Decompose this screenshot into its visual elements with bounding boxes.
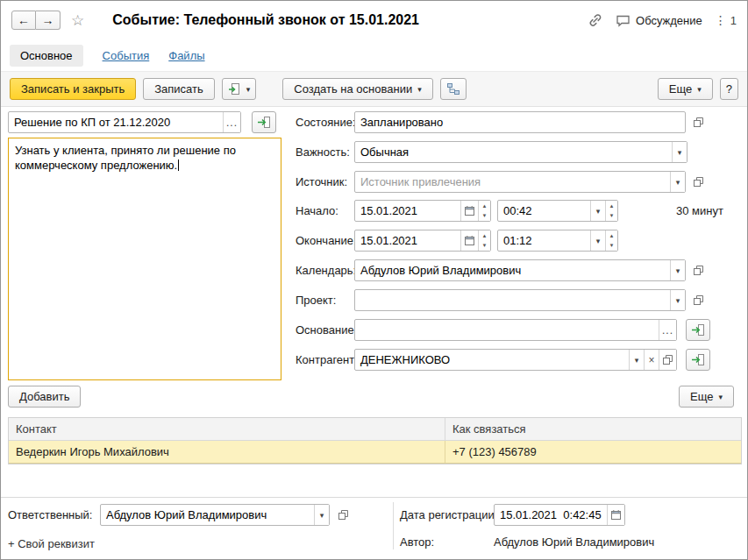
basis-label: Основание: — [296, 319, 357, 341]
tab-events[interactable]: События — [103, 49, 150, 62]
source-open-button[interactable] — [688, 171, 708, 193]
end-date-stepper[interactable]: ▲ ▼ — [478, 230, 490, 251]
responsible-open-button[interactable] — [333, 504, 353, 526]
registration-date-input[interactable]: 15.01.2021 0:42:45 — [494, 504, 625, 526]
description-textarea[interactable]: Узнать у клиента, принято ли решение по … — [8, 138, 281, 380]
registration-calendar-button[interactable] — [607, 505, 624, 525]
panel-toggle-button[interactable]: ⋮ 1 — [715, 13, 737, 27]
responsible-select[interactable]: Абдулов Юрий Владимирович ▾ — [100, 504, 330, 526]
help-button[interactable]: ? — [720, 78, 738, 100]
end-time-stepper[interactable]: ▲ ▼ — [605, 230, 617, 251]
start-date-input[interactable]: 15.01.2021 ▲ ▼ — [354, 200, 491, 222]
toolbar-right-group: Еще ▾ ? — [658, 78, 738, 100]
open-icon — [693, 265, 704, 276]
related-documents-button[interactable] — [440, 78, 467, 100]
spin-up-icon[interactable]: ▲ — [606, 201, 617, 211]
basis-select-button[interactable]: ... — [659, 320, 676, 340]
favorite-star-icon[interactable]: ☆ — [71, 13, 84, 28]
spin-down-icon[interactable]: ▼ — [606, 241, 617, 252]
spin-down-icon[interactable]: ▼ — [479, 211, 490, 222]
spin-down-icon[interactable]: ▼ — [606, 211, 617, 222]
custom-attribute-link[interactable]: + Свой реквизит — [8, 537, 95, 550]
hierarchy-icon — [446, 82, 460, 96]
start-date-stepper[interactable]: ▲ ▼ — [478, 201, 490, 221]
source-dropdown-button[interactable]: ▾ — [670, 172, 685, 192]
responsible-label: Ответственный: — [8, 504, 92, 526]
calendar-value: Абдулов Юрий Владимирович — [355, 260, 670, 280]
text-cursor — [178, 159, 179, 171]
open-icon — [338, 509, 349, 521]
back-button[interactable]: ← — [11, 11, 36, 30]
registration-date-value: 15.01.2021 0:42:45 — [495, 505, 607, 525]
basis-fill-button[interactable] — [686, 319, 710, 341]
tab-main[interactable]: Основное — [10, 45, 83, 67]
forward-arrow-icon: → — [42, 13, 54, 27]
create-based-on-button[interactable]: Создать на основании ▾ — [282, 78, 432, 100]
state-input[interactable]: Запланировано — [354, 111, 686, 133]
source-select[interactable]: Источник привлечения ▾ — [354, 171, 686, 193]
contacts-more-button[interactable]: Еще ▾ — [679, 386, 734, 408]
subject-fill-button[interactable] — [252, 111, 276, 133]
spin-up-icon[interactable]: ▲ — [606, 230, 617, 241]
save-button[interactable]: Записать — [143, 78, 215, 100]
start-time-input[interactable]: 00:42 ▾ ▲ ▼ — [497, 200, 618, 222]
importance-select[interactable]: Обычная ▾ — [354, 141, 687, 163]
end-time-input[interactable]: 01:12 ▾ ▲ ▼ — [497, 230, 618, 252]
importance-label: Важность: — [296, 141, 350, 163]
save-and-close-button[interactable]: Записать и закрыть — [10, 78, 136, 100]
table-row[interactable]: Ведеркин Игорь Михайлович +7 (123) 45678… — [9, 441, 741, 464]
importance-dropdown-button[interactable]: ▾ — [672, 142, 687, 162]
column-header-contact[interactable]: Контакт — [9, 418, 445, 440]
mail-split-button[interactable]: ▾ — [222, 78, 257, 100]
project-dropdown-button[interactable]: ▾ — [670, 290, 685, 310]
end-date-calendar-button[interactable] — [460, 230, 478, 251]
open-icon — [693, 117, 704, 128]
start-date-value: 15.01.2021 — [355, 201, 460, 221]
dropdown-icon: ▾ — [718, 393, 723, 401]
calendar-icon — [464, 235, 475, 246]
forward-button[interactable]: → — [36, 11, 61, 30]
subject-value: Решение по КП от 21.12.2020 — [9, 112, 223, 132]
calendar-open-button[interactable] — [688, 259, 708, 281]
contact-name-cell[interactable]: Ведеркин Игорь Михайлович — [9, 441, 445, 463]
spin-up-icon[interactable]: ▲ — [479, 230, 490, 241]
counterparty-clear-button[interactable]: × — [644, 350, 659, 370]
tab-bar: Основное События Файлы — [1, 39, 747, 71]
start-label: Начало: — [296, 200, 338, 222]
counterparty-dropdown-button[interactable]: ▾ — [629, 350, 644, 370]
end-time-dropdown-button[interactable]: ▾ — [590, 230, 605, 251]
project-select[interactable]: ▾ — [354, 289, 686, 311]
start-time-stepper[interactable]: ▲ ▼ — [605, 201, 617, 221]
counterparty-open-button[interactable] — [659, 350, 676, 370]
subject-select-button[interactable]: ... — [223, 112, 240, 132]
dropdown-icon: ▾ — [417, 85, 422, 94]
tab-files[interactable]: Файлы — [168, 49, 204, 62]
back-arrow-icon: ← — [18, 13, 30, 27]
state-value: Запланировано — [355, 112, 685, 132]
project-open-button[interactable] — [688, 289, 708, 311]
spin-down-icon[interactable]: ▼ — [479, 241, 490, 252]
calendar-dropdown-button[interactable]: ▾ — [670, 260, 685, 280]
footer-vertical-divider — [393, 502, 394, 549]
importance-value: Обычная — [355, 142, 672, 162]
responsible-dropdown-button[interactable]: ▾ — [314, 505, 329, 525]
basis-input[interactable]: ... — [354, 319, 677, 341]
calendar-select[interactable]: Абдулов Юрий Владимирович ▾ — [354, 259, 686, 281]
start-date-calendar-button[interactable] — [460, 201, 478, 221]
subject-input[interactable]: Решение по КП от 21.12.2020 ... — [8, 111, 241, 133]
contacts-more-label: Еще — [690, 390, 713, 403]
column-header-how-to-contact[interactable]: Как связаться — [445, 418, 741, 440]
contact-phone-cell[interactable]: +7 (123) 456789 — [445, 441, 741, 463]
help-label: ? — [726, 82, 732, 96]
start-time-dropdown-button[interactable]: ▾ — [590, 201, 605, 221]
spin-up-icon[interactable]: ▲ — [479, 201, 490, 211]
link-icon[interactable] — [588, 12, 603, 28]
counterparty-select[interactable]: ДЕНЕЖНИКОВО ▾ × — [354, 349, 677, 371]
discussion-button[interactable]: Обсуждение — [616, 13, 702, 27]
add-contact-button[interactable]: Добавить — [8, 386, 81, 408]
counterparty-fill-button[interactable] — [686, 349, 710, 371]
state-open-button[interactable] — [688, 111, 708, 133]
more-label: Еще — [669, 82, 692, 96]
form-more-button[interactable]: Еще ▾ — [658, 78, 713, 100]
end-date-input[interactable]: 15.01.2021 ▲ ▼ — [354, 230, 491, 252]
